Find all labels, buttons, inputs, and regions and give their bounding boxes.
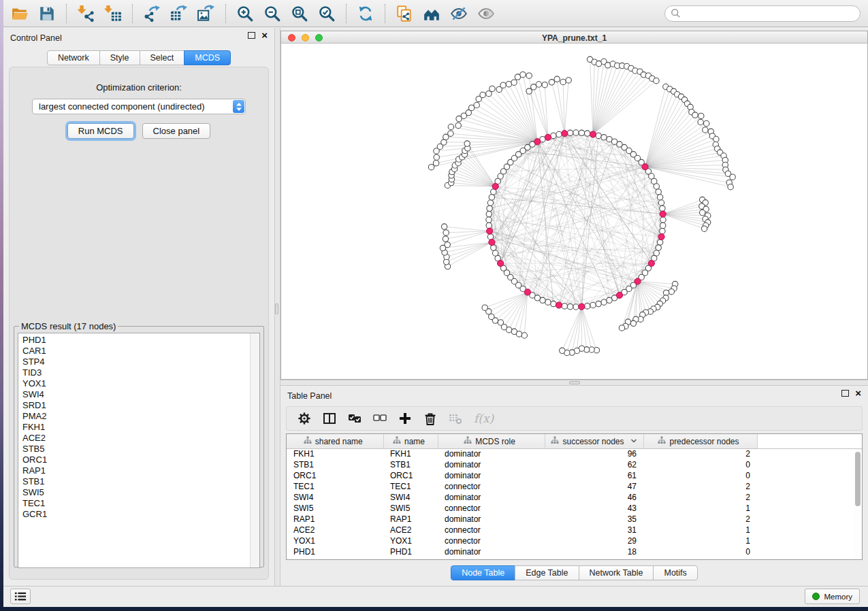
mcds-result-item[interactable]: ACE2 [18, 433, 259, 444]
close-panel-icon[interactable]: × [855, 390, 861, 397]
graph-node[interactable] [434, 154, 439, 160]
graph-node[interactable] [493, 250, 498, 256]
graph-node[interactable] [660, 205, 665, 211]
graph-node[interactable] [441, 224, 447, 229]
graph-node[interactable] [656, 245, 661, 250]
graph-node[interactable] [440, 245, 445, 250]
mcds-result-item[interactable]: TEC1 [18, 498, 259, 509]
graph-node[interactable] [657, 240, 662, 245]
graph-node[interactable] [567, 304, 573, 310]
import-network-icon[interactable] [74, 4, 97, 23]
graph-node[interactable] [443, 236, 448, 242]
graph-node[interactable] [428, 165, 434, 170]
graph-node[interactable] [474, 102, 479, 108]
mcds-result-item[interactable]: ORC1 [18, 455, 259, 465]
mcds-list-scrollbar[interactable] [250, 333, 259, 567]
column-header-shared-name[interactable]: shared name [287, 434, 383, 448]
graph-node[interactable] [698, 113, 704, 118]
mcds-result-item[interactable]: FKH1 [18, 422, 259, 433]
dominator-node[interactable] [616, 292, 622, 298]
graph-node[interactable] [482, 305, 487, 310]
tab-mcds[interactable]: MCDS [184, 50, 231, 65]
graph-node[interactable] [713, 136, 719, 142]
column-header-successor-nodes[interactable]: successor nodes [545, 434, 643, 448]
settings-gear-icon[interactable] [298, 412, 311, 425]
dominator-node[interactable] [524, 289, 530, 295]
graph-node[interactable] [657, 195, 662, 200]
graph-node[interactable] [700, 210, 705, 215]
graph-node[interactable] [660, 222, 666, 228]
graph-node[interactable] [698, 119, 703, 125]
graph-node[interactable] [701, 226, 707, 231]
graph-node[interactable] [554, 76, 560, 82]
column-header-name[interactable]: name [383, 434, 438, 448]
graph-node[interactable] [730, 174, 735, 180]
table-row[interactable]: ORC1ORC1dominator610 [287, 470, 862, 481]
column-header-mcds-role[interactable]: MCDS role [438, 434, 545, 448]
graph-node[interactable] [728, 184, 733, 190]
table-row[interactable]: SWI5SWI5connector431 [287, 503, 862, 514]
graph-node[interactable] [585, 303, 590, 309]
graph-node[interactable] [433, 161, 438, 166]
add-row-icon[interactable] [398, 412, 412, 425]
graph-node[interactable] [489, 195, 494, 200]
mcds-result-item[interactable]: STB5 [18, 444, 259, 455]
export-image-icon[interactable] [195, 4, 218, 23]
graph-node[interactable] [607, 297, 612, 303]
mcds-result-item[interactable]: STP4 [18, 357, 259, 367]
graph-node[interactable] [660, 229, 665, 234]
graph-node[interactable] [545, 299, 551, 305]
graph-node[interactable] [596, 133, 601, 138]
tab-network[interactable]: Network [47, 50, 100, 65]
graph-node[interactable] [573, 304, 579, 310]
tab-edge-table[interactable]: Edge Table [515, 565, 579, 580]
graph-node[interactable] [566, 78, 571, 83]
graph-node[interactable] [601, 135, 607, 140]
graph-node[interactable] [656, 189, 661, 195]
tab-network-table[interactable]: Network Table [579, 565, 654, 580]
graph-node[interactable] [619, 325, 624, 331]
panel-splitter[interactable] [274, 28, 280, 587]
mcds-result-item[interactable]: RAP1 [18, 465, 259, 476]
zoom-in-icon[interactable] [234, 4, 257, 23]
float-panel-icon[interactable] [841, 390, 849, 397]
mcds-result-item[interactable]: YOX1 [18, 378, 259, 389]
minimize-window-icon[interactable] [302, 34, 309, 42]
graph-node[interactable] [573, 130, 579, 135]
select-all-icon[interactable] [348, 412, 361, 425]
dominator-node[interactable] [492, 183, 498, 189]
graph-node[interactable] [601, 299, 607, 305]
open-icon[interactable] [8, 4, 31, 23]
zoom-out-icon[interactable] [261, 4, 284, 23]
dominator-node[interactable] [534, 139, 541, 145]
mcds-result-item[interactable]: SRD1 [18, 400, 259, 411]
graph-node[interactable] [630, 320, 636, 326]
tab-style[interactable]: Style [99, 50, 140, 65]
graph-node[interactable] [487, 205, 492, 211]
graph-node[interactable] [443, 230, 449, 235]
graph-node[interactable] [500, 82, 506, 88]
graph-node[interactable] [536, 82, 541, 87]
export-network-icon[interactable] [140, 4, 163, 23]
table-row[interactable]: SWI4SWI4dominator462 [287, 492, 862, 503]
splitter-handle-icon[interactable] [275, 303, 278, 314]
search-box[interactable] [664, 5, 861, 22]
graph-node[interactable] [542, 82, 547, 88]
graph-node[interactable] [487, 200, 493, 205]
dominator-node[interactable] [648, 260, 654, 266]
graph-node[interactable] [489, 86, 495, 91]
graph-node[interactable] [560, 348, 565, 353]
graph-node[interactable] [486, 211, 492, 216]
import-table-icon[interactable] [101, 4, 125, 23]
graph-node[interactable] [560, 79, 566, 84]
layout-refresh-icon[interactable] [354, 4, 377, 23]
table-row[interactable]: TEC1TEC1connector472 [287, 481, 862, 492]
dominator-node[interactable] [562, 131, 568, 137]
graph-node[interactable] [658, 200, 664, 205]
graph-node[interactable] [567, 130, 573, 135]
tab-node-table[interactable]: Node Table [451, 565, 515, 580]
graph-node[interactable] [556, 131, 562, 137]
mcds-result-item[interactable]: STB1 [18, 476, 259, 487]
close-panel-icon[interactable]: × [261, 32, 268, 39]
mcds-result-item[interactable]: PHD1 [18, 335, 259, 346]
